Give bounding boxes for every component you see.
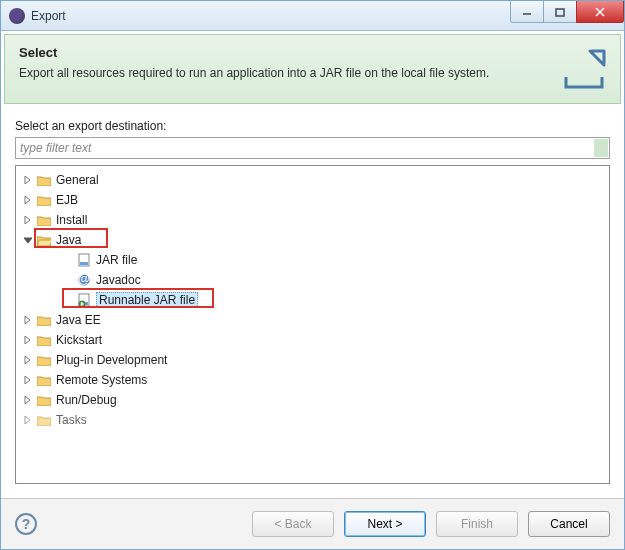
wizard-banner: Select Export all resources required to … xyxy=(4,34,621,104)
finish-label: Finish xyxy=(461,517,493,531)
back-button: < Back xyxy=(252,511,334,537)
destination-label: Select an export destination: xyxy=(15,119,610,133)
tree-label: General xyxy=(56,173,99,187)
close-button[interactable] xyxy=(576,1,624,23)
filter-input[interactable]: type filter text xyxy=(15,137,610,159)
titlebar[interactable]: Export xyxy=(1,1,624,31)
tree-label: Plug-in Development xyxy=(56,353,167,367)
tree-item-runnable-jar[interactable]: Runnable JAR file xyxy=(16,290,609,310)
content-area: Select an export destination: type filte… xyxy=(1,107,624,484)
folder-icon xyxy=(36,192,52,208)
maximize-button[interactable] xyxy=(543,1,577,23)
cancel-button[interactable]: Cancel xyxy=(528,511,610,537)
chevron-right-icon[interactable] xyxy=(22,334,34,346)
tree-label: Javadoc xyxy=(96,273,141,287)
chevron-right-icon[interactable] xyxy=(22,354,34,366)
folder-open-icon xyxy=(36,232,52,248)
folder-icon xyxy=(36,412,52,428)
tree-container: General EJB Install Java xyxy=(15,165,610,484)
tree-label: Runnable JAR file xyxy=(96,292,198,308)
eclipse-icon xyxy=(9,8,25,24)
tree-item-install[interactable]: Install xyxy=(16,210,609,230)
close-icon xyxy=(594,7,606,17)
chevron-down-icon[interactable] xyxy=(22,234,34,246)
window-title: Export xyxy=(31,9,511,23)
folder-icon xyxy=(36,332,52,348)
tree-label: EJB xyxy=(56,193,78,207)
export-wizard-window: Export Select Export all resources requi… xyxy=(0,0,625,550)
tree-spacer xyxy=(62,254,74,266)
chevron-right-icon[interactable] xyxy=(22,414,34,426)
export-icon xyxy=(560,45,608,93)
chevron-right-icon[interactable] xyxy=(22,174,34,186)
filter-placeholder: type filter text xyxy=(20,141,91,155)
folder-icon xyxy=(36,392,52,408)
tree-item-plugin-dev[interactable]: Plug-in Development xyxy=(16,350,609,370)
jar-icon xyxy=(76,252,92,268)
next-button[interactable]: Next > xyxy=(344,511,426,537)
chevron-right-icon[interactable] xyxy=(22,394,34,406)
tree-label: Kickstart xyxy=(56,333,102,347)
tree-item-remote-systems[interactable]: Remote Systems xyxy=(16,370,609,390)
next-label: Next > xyxy=(367,517,402,531)
banner-heading: Select xyxy=(19,45,606,60)
tree-label: Java xyxy=(56,233,81,247)
tree-item-kickstart[interactable]: Kickstart xyxy=(16,330,609,350)
maximize-icon xyxy=(555,7,565,17)
tree-item-java[interactable]: Java xyxy=(16,230,609,250)
tree-item-general[interactable]: General xyxy=(16,170,609,190)
tree-label: Install xyxy=(56,213,87,227)
banner-description: Export all resources required to run an … xyxy=(19,66,606,80)
export-tree[interactable]: General EJB Install Java xyxy=(16,166,609,483)
folder-icon xyxy=(36,312,52,328)
tree-spacer xyxy=(62,274,74,286)
tree-item-run-debug[interactable]: Run/Debug xyxy=(16,390,609,410)
svg-rect-1 xyxy=(556,9,564,16)
runnable-jar-icon xyxy=(76,292,92,308)
minimize-button[interactable] xyxy=(510,1,544,23)
help-button[interactable]: ? xyxy=(15,513,37,535)
tree-label: JAR file xyxy=(96,253,137,267)
folder-icon xyxy=(36,212,52,228)
cancel-label: Cancel xyxy=(550,517,587,531)
javadoc-icon: @ xyxy=(76,272,92,288)
folder-icon xyxy=(36,352,52,368)
folder-icon xyxy=(36,372,52,388)
svg-text:@: @ xyxy=(78,273,90,286)
minimize-icon xyxy=(522,7,532,17)
wizard-button-bar: ? < Back Next > Finish Cancel xyxy=(1,498,624,549)
tree-spacer xyxy=(62,294,74,306)
window-controls xyxy=(511,1,624,30)
tree-item-java-ee[interactable]: Java EE xyxy=(16,310,609,330)
tree-label: Tasks xyxy=(56,413,87,427)
folder-icon xyxy=(36,172,52,188)
tree-label: Run/Debug xyxy=(56,393,117,407)
tree-item-javadoc[interactable]: @ Javadoc xyxy=(16,270,609,290)
chevron-right-icon[interactable] xyxy=(22,374,34,386)
chevron-right-icon[interactable] xyxy=(22,314,34,326)
chevron-right-icon[interactable] xyxy=(22,194,34,206)
tree-label: Remote Systems xyxy=(56,373,147,387)
tree-label: Java EE xyxy=(56,313,101,327)
chevron-right-icon[interactable] xyxy=(22,214,34,226)
back-label: < Back xyxy=(274,517,311,531)
tree-item-jar-file[interactable]: JAR file xyxy=(16,250,609,270)
tree-item-ejb[interactable]: EJB xyxy=(16,190,609,210)
svg-rect-5 xyxy=(80,262,88,265)
finish-button: Finish xyxy=(436,511,518,537)
tree-item-tasks[interactable]: Tasks xyxy=(16,410,609,430)
